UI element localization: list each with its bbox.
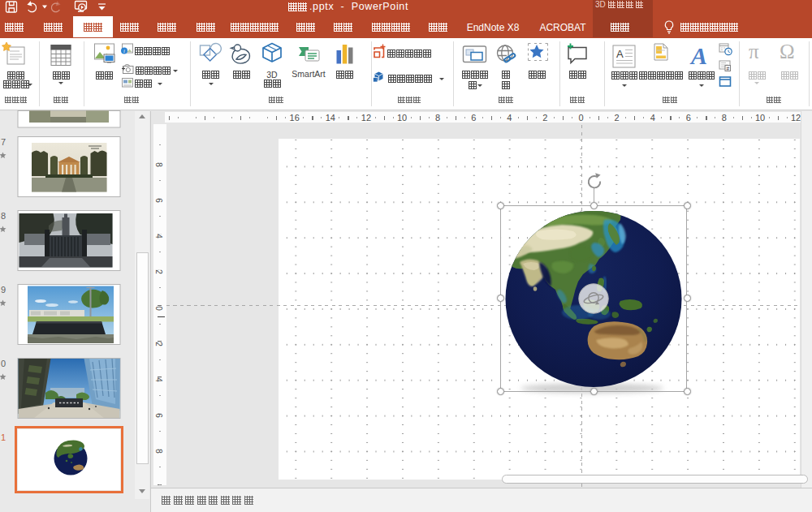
svg-text:A: A	[616, 48, 624, 60]
svg-text:#: #	[727, 66, 730, 71]
svg-text:π: π	[749, 41, 759, 62]
svg-text:A: A	[689, 42, 707, 69]
svg-text:i: i	[123, 48, 125, 54]
svg-text:Ω: Ω	[780, 41, 795, 62]
